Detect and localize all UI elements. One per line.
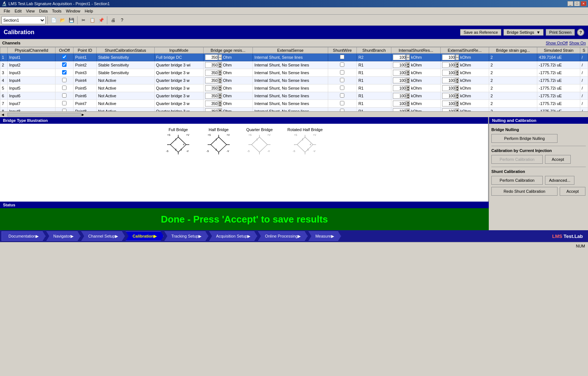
- scroll-track[interactable]: [7, 113, 81, 116]
- table-row[interactable]: 3 Input3 Point3 Stable Sensitivity Quart…: [0, 69, 588, 77]
- menu-help[interactable]: Help: [82, 8, 95, 14]
- cut-button[interactable]: ✂: [79, 16, 87, 24]
- table-row[interactable]: 8 Input8 Point8 Not Active Quarter bridg…: [0, 108, 588, 112]
- menu-tools[interactable]: Tools: [50, 8, 64, 14]
- advanced-button[interactable]: Advanced...: [545, 176, 574, 185]
- row-internalres-4[interactable]: ▲ ▼ kOhm: [391, 84, 441, 92]
- row-resistance-7[interactable]: ▲ ▼ Ohm: [203, 108, 253, 112]
- row-externalres-3[interactable]: ▲ ▼ kOhm: [441, 77, 489, 84]
- show-onoff-button[interactable]: Show OnOff: [546, 41, 568, 45]
- menu-edit[interactable]: Edit: [12, 8, 24, 14]
- row-resistance-0[interactable]: ▲ ▼ Ohm: [203, 54, 253, 61]
- row-externalres-5[interactable]: ▲ ▼ kOhm: [441, 92, 489, 100]
- menu-view[interactable]: View: [24, 8, 37, 14]
- row-internalres-6[interactable]: ▲ ▼ kOhm: [391, 100, 441, 108]
- tab-measure[interactable]: Measure ▶: [308, 231, 341, 241]
- copy-button[interactable]: 📋: [88, 16, 96, 24]
- tab-online-processing[interactable]: Online Processing ▶: [258, 231, 308, 241]
- perform-calibration-shunt-button[interactable]: Perform Calibration: [491, 176, 543, 185]
- row-internalres-3[interactable]: ▲ ▼ kOhm: [391, 77, 441, 84]
- tab-tracking-setup[interactable]: Tracking Setup ▶: [164, 231, 208, 241]
- row-resistance-2[interactable]: ▲ ▼ Ohm: [203, 69, 253, 77]
- print-button[interactable]: 🖨: [109, 16, 117, 24]
- scroll-left-arrow[interactable]: ◄: [1, 112, 4, 117]
- row-shuntwire-0[interactable]: [328, 54, 356, 61]
- row-internalres-1[interactable]: ▲ ▼ kOhm: [391, 61, 441, 69]
- row-onoff-6[interactable]: [55, 100, 74, 108]
- row-onoff-4[interactable]: [55, 84, 74, 92]
- row-internalres-7[interactable]: ▲ ▼ kOhm: [391, 108, 441, 112]
- toolbar-separator-2: [77, 16, 78, 24]
- minimize-button[interactable]: _: [567, 1, 573, 6]
- row-onoff-2[interactable]: [55, 69, 74, 77]
- tab-acquisition-setup-label: Acquisition Setup: [216, 234, 247, 238]
- row-onoff-1[interactable]: [55, 61, 74, 69]
- svg-text:-V: -V: [226, 150, 229, 152]
- row-externalres-2[interactable]: ▲ ▼ kOhm: [441, 69, 489, 77]
- status-panel-wrapper: Status Done - Press 'Accept' to save res…: [0, 202, 588, 230]
- tab-documentation[interactable]: Documentation ▶: [1, 231, 46, 241]
- table-row[interactable]: 1 Input1 Point1 Stable Sensitivity Full …: [0, 54, 588, 61]
- new-button[interactable]: 📄: [50, 16, 58, 24]
- open-button[interactable]: 📂: [58, 16, 67, 24]
- row-resistance-6[interactable]: ▲ ▼ Ohm: [203, 100, 253, 108]
- row-externalres-6[interactable]: ▲ ▼ kOhm: [441, 100, 489, 108]
- row-channel-6: Input7: [8, 100, 55, 108]
- row-shuntwire-1[interactable]: [328, 61, 356, 69]
- perform-calibration-current-button[interactable]: Perform Calibration: [491, 155, 543, 164]
- row-shuntwire-4[interactable]: [328, 84, 356, 92]
- row-resistance-4[interactable]: ▲ ▼ Ohm: [203, 84, 253, 92]
- section-combo[interactable]: Section1: [1, 16, 46, 24]
- table-row[interactable]: 2 Input2 Point2 Stable Sensitivity Quart…: [0, 61, 588, 69]
- save-as-reference-button[interactable]: Save as Reference: [460, 29, 501, 36]
- row-shuntwire-3[interactable]: [328, 77, 356, 84]
- show-on-button[interactable]: Show On: [569, 41, 586, 45]
- row-internalres-0[interactable]: ▲ ▼ kOhm: [391, 54, 441, 61]
- row-status-6: Not Active: [96, 100, 154, 108]
- tab-calibration[interactable]: Calibration ▶: [126, 231, 164, 241]
- row-externalres-0[interactable]: ▲ ▼ kOhm: [441, 54, 489, 61]
- horizontal-scrollbar[interactable]: ◄ ►: [0, 111, 588, 117]
- save-button[interactable]: 💾: [67, 16, 75, 24]
- scroll-right-arrow[interactable]: ►: [81, 112, 84, 117]
- print-screen-button[interactable]: Print Screen: [546, 29, 575, 36]
- menu-data[interactable]: Data: [37, 8, 50, 14]
- redo-shunt-calibration-button[interactable]: Redo Shunt Calibration: [491, 187, 557, 196]
- accept-current-button[interactable]: Accept: [545, 155, 571, 164]
- row-onoff-0[interactable]: [55, 54, 74, 61]
- table-row[interactable]: 4 Input4 Point4 Not Active Quarter bridg…: [0, 77, 588, 84]
- row-externalres-4[interactable]: ▲ ▼ kOhm: [441, 84, 489, 92]
- table-row[interactable]: 7 Input7 Point7 Not Active Quarter bridg…: [0, 100, 588, 108]
- paste-button[interactable]: 📌: [97, 16, 105, 24]
- help-toolbar-button[interactable]: ?: [118, 16, 126, 24]
- help-button[interactable]: ?: [577, 29, 584, 36]
- tab-channel-setup[interactable]: Channel Setup ▶: [81, 231, 125, 241]
- row-onoff-5[interactable]: [55, 92, 74, 100]
- row-shuntwire-7[interactable]: [328, 108, 356, 112]
- accept-shunt-button[interactable]: Accept: [560, 187, 585, 196]
- row-resistance-3[interactable]: ▲ ▼ Ohm: [203, 77, 253, 84]
- tab-navigator[interactable]: Navigator ▶: [46, 231, 80, 241]
- row-internalres-2[interactable]: ▲ ▼ kOhm: [391, 69, 441, 77]
- tab-acquisition-setup[interactable]: Acquisition Setup ▶: [209, 231, 257, 241]
- row-shuntbranch-1: R1: [357, 61, 391, 69]
- menu-window[interactable]: Window: [64, 8, 82, 14]
- svg-text:-: -: [167, 143, 168, 146]
- row-externalres-7[interactable]: ▲ ▼ kOhm: [441, 108, 489, 112]
- row-internalres-5[interactable]: ▲ ▼ kOhm: [391, 92, 441, 100]
- row-shuntwire-2[interactable]: [328, 69, 356, 77]
- row-onoff-7[interactable]: [55, 108, 74, 112]
- row-resistance-5[interactable]: ▲ ▼ Ohm: [203, 92, 253, 100]
- table-row[interactable]: 5 Input5 Point5 Not Active Quarter bridg…: [0, 84, 588, 92]
- row-externalres-1[interactable]: ▲ ▼ kOhm: [441, 61, 489, 69]
- table-row[interactable]: 6 Input6 Point6 Not Active Quarter bridg…: [0, 92, 588, 100]
- perform-bridge-nulling-button[interactable]: Perform Bridge Nulling: [491, 134, 557, 143]
- close-button[interactable]: ✕: [581, 1, 587, 6]
- bridge-settings-button[interactable]: Bridge Settings ▼: [503, 29, 544, 36]
- row-shuntwire-6[interactable]: [328, 100, 356, 108]
- row-onoff-3[interactable]: [55, 77, 74, 84]
- menu-file[interactable]: File: [1, 8, 12, 14]
- row-shuntwire-5[interactable]: [328, 92, 356, 100]
- maximize-button[interactable]: □: [574, 1, 580, 6]
- row-resistance-1[interactable]: ▲ ▼ Ohm: [203, 61, 253, 69]
